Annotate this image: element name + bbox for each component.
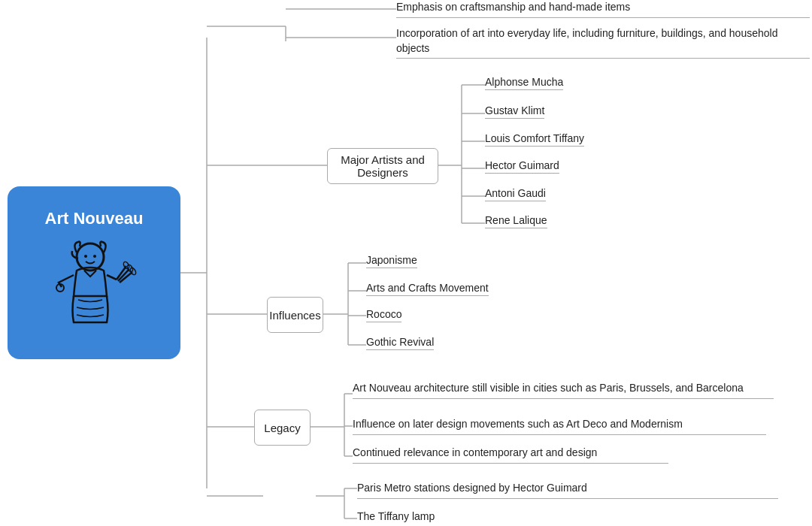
artist-leaf-5: Antoni Gaudi (485, 187, 546, 201)
influence-leaf-1: Japonisme (366, 254, 417, 268)
char-leaf-2: Incorporation of art into everyday life,… (396, 26, 810, 59)
legacy-leaf-2: Influence on later design movements such… (353, 417, 766, 435)
influences-node: Influences (267, 297, 323, 333)
char-leaf-1-text: Emphasis on craftsmanship and hand-made … (396, 1, 630, 13)
artist-leaf-3: Louis Comfort Tiffany (485, 132, 584, 147)
legacy-leaf-3: Continued relevance in contemporary art … (353, 446, 668, 464)
artist-leaf-4: Hector Guimard (485, 159, 559, 174)
artist-2-text: Gustav Klimt (485, 104, 544, 119)
major-artists-node: Major Artists and Designers (327, 148, 438, 184)
legacy-label: Legacy (264, 422, 300, 434)
char-leaf-2-text: Incorporation of art into everyday life,… (396, 27, 777, 54)
svg-point-40 (93, 255, 96, 258)
artist-5-text: Antoni Gaudi (485, 187, 546, 201)
influence-leaf-2: Arts and Crafts Movement (366, 282, 489, 296)
artist-1-text: Alphonse Mucha (485, 76, 563, 90)
example-1-text: Paris Metro stations designed by Hector … (357, 482, 587, 494)
artist-leaf-1: Alphonse Mucha (485, 76, 563, 90)
influence-leaf-3: Rococo (366, 308, 401, 322)
influence-2-text: Arts and Crafts Movement (366, 282, 489, 296)
artist-leaf-6: Rene Lalique (485, 214, 547, 228)
example-leaf-1: Paris Metro stations designed by Hector … (357, 481, 778, 499)
example-2-text: The Tiffany lamp (357, 510, 435, 522)
svg-point-39 (84, 255, 87, 258)
artist-leaf-2: Gustav Klimt (485, 104, 544, 119)
artist-3-text: Louis Comfort Tiffany (485, 132, 584, 147)
legacy-leaf-1: Art Nouveau architecture still visible i… (353, 381, 774, 399)
influence-4-text: Gothic Revival (366, 336, 434, 350)
example-leaf-2: The Tiffany lamp (357, 509, 508, 526)
major-artists-label: Major Artists and Designers (337, 153, 429, 179)
canvas: Art Nouveau (0, 0, 812, 526)
art-nouveau-root: Art Nouveau (8, 186, 180, 359)
legacy-2-text: Influence on later design movements such… (353, 418, 683, 430)
svg-point-38 (77, 243, 104, 271)
influence-1-text: Japonisme (366, 254, 417, 268)
legacy-3-text: Continued relevance in contemporary art … (353, 446, 597, 458)
root-title: Art Nouveau (45, 209, 144, 228)
char-leaf-1: Emphasis on craftsmanship and hand-made … (396, 0, 810, 18)
artist-6-text: Rene Lalique (485, 214, 547, 228)
influence-leaf-4: Gothic Revival (366, 336, 434, 350)
influences-label: Influences (269, 309, 320, 322)
artist-4-text: Hector Guimard (485, 159, 559, 174)
legacy-node: Legacy (254, 410, 311, 446)
legacy-1-text: Art Nouveau architecture still visible i… (353, 382, 744, 394)
influence-3-text: Rococo (366, 308, 401, 322)
art-nouveau-icon (45, 236, 143, 337)
